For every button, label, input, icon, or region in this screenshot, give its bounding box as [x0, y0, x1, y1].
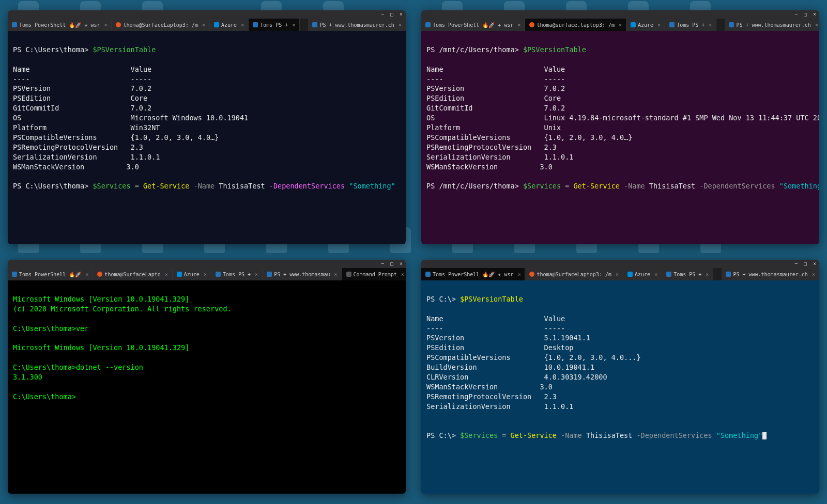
- tab-powershell[interactable]: Toms PowerShell 🔥🚀 ✈ wsr×: [421, 19, 525, 31]
- close-button[interactable]: ×: [812, 261, 817, 266]
- terminal-window-cmd[interactable]: − □ × Toms PowerShell 🔥🚀× thoma@SurfaceL…: [8, 260, 406, 494]
- maximize-button[interactable]: □: [803, 261, 808, 266]
- tab-ps-plus[interactable]: Toms PS +×: [665, 19, 716, 31]
- close-icon[interactable]: ×: [709, 22, 712, 28]
- tab-label: Toms PS +: [223, 272, 251, 277]
- close-icon[interactable]: ×: [657, 22, 661, 28]
- powershell-icon: [267, 272, 272, 277]
- row-key: PSRemotingProtocolVersion: [13, 143, 118, 151]
- close-icon[interactable]: ×: [654, 272, 657, 277]
- prompt: PS C:\Users\thoma>: [13, 45, 93, 54]
- tab-linux[interactable]: thoma@SurfaceLapto×: [93, 268, 172, 280]
- minimize-button[interactable]: −: [380, 12, 385, 17]
- new-tab-button[interactable]: [300, 19, 308, 31]
- minimize-button[interactable]: −: [793, 261, 799, 266]
- close-icon[interactable]: ×: [812, 272, 815, 277]
- close-button[interactable]: ×: [399, 261, 404, 266]
- tab-ps-web[interactable]: PS + www.thomasmaurer.ch×: [308, 19, 406, 31]
- tab-ps-plus[interactable]: Toms PS +×: [211, 268, 263, 280]
- close-icon[interactable]: ×: [85, 272, 88, 277]
- row-value: Core: [544, 94, 561, 102]
- close-icon[interactable]: ×: [399, 22, 402, 28]
- string: "Something": [779, 182, 819, 190]
- close-icon[interactable]: ×: [619, 22, 622, 28]
- titlebar[interactable]: − □ ×: [421, 260, 819, 268]
- titlebar[interactable]: − □ ×: [8, 260, 406, 268]
- close-icon[interactable]: ×: [165, 272, 168, 277]
- powershell-icon: [666, 272, 671, 277]
- minimize-button[interactable]: −: [793, 12, 799, 17]
- tab-label: Toms PS +: [677, 22, 705, 28]
- tab-spacer: [713, 268, 722, 280]
- cmdlet: Get-Service: [511, 431, 557, 439]
- tab-ps-plus[interactable]: Toms PS +×: [249, 19, 300, 31]
- parameter: -Name: [620, 182, 649, 190]
- tab-powershell[interactable]: Toms PowerShell 🔥🚀 ✈ wsr×: [8, 19, 112, 31]
- command: $PSVersionTable: [93, 45, 156, 54]
- tab-cmd[interactable]: Command Prompt×: [342, 268, 406, 280]
- close-icon[interactable]: ×: [292, 22, 295, 28]
- azure-icon: [177, 272, 182, 277]
- tab-linux[interactable]: thoma@SurfaceLaptop3: /m ×: [112, 19, 210, 31]
- tab-ps-plus[interactable]: Toms PS +×: [662, 268, 713, 280]
- terminal-window-powershell-core-linux[interactable]: − □ × Toms PowerShell 🔥🚀 ✈ wsr× thoma@su…: [421, 10, 819, 244]
- variable: $Services: [523, 182, 561, 190]
- close-icon[interactable]: ×: [255, 272, 258, 277]
- close-icon[interactable]: ×: [334, 272, 338, 277]
- maximize-button[interactable]: □: [803, 12, 808, 17]
- terminal-window-powershell-core-windows[interactable]: − □ × Toms PowerShell 🔥🚀 ✈ wsr× thoma@Su…: [8, 10, 406, 244]
- tab-ps-web[interactable]: PS + www.thomasmau×: [263, 268, 342, 280]
- row-key: CLRVersion: [426, 373, 468, 381]
- command: $PSVersionTable: [460, 295, 523, 303]
- terminal-output[interactable]: PS C:\Users\thoma> $PSVersionTable Name …: [8, 31, 406, 244]
- row-key: OS: [13, 114, 21, 122]
- row-key: PSEdition: [426, 343, 464, 352]
- row-key: PSCompatibleVersions: [426, 353, 511, 361]
- tab-azure[interactable]: Azure×: [623, 268, 662, 280]
- tab-bar: Toms PowerShell 🔥🚀 ✈ wsr× thoma@SurfaceL…: [8, 19, 406, 31]
- tab-label: Azure: [184, 272, 200, 277]
- row-value: 2.3: [544, 143, 557, 151]
- tab-azure[interactable]: Azure×: [173, 268, 211, 280]
- row-key: PSCompatibleVersions: [426, 133, 511, 141]
- terminal-window-powershell-5[interactable]: − □ × Toms PowerShell 🔥🚀 ✈ wsr× thoma@Su…: [421, 260, 819, 494]
- close-icon[interactable]: ×: [815, 22, 818, 28]
- close-icon[interactable]: ×: [204, 272, 207, 277]
- close-icon[interactable]: ×: [241, 22, 244, 28]
- close-icon[interactable]: ×: [616, 272, 619, 277]
- row-value: {1.0, 2.0, 3.0, 4.0…}: [544, 133, 633, 141]
- terminal-output[interactable]: PS C:\> $PSVersionTable Name Value ---- …: [421, 280, 819, 494]
- terminal-output[interactable]: Microsoft Windows [Version 10.0.19041.32…: [8, 280, 406, 494]
- row-key: PSVersion: [426, 334, 464, 342]
- tab-linux[interactable]: thoma@surface.laptop3: /m×: [525, 19, 626, 31]
- maximize-button[interactable]: □: [389, 12, 394, 17]
- tab-linux[interactable]: thoma@SurfaceLaptop3: /m×: [525, 268, 623, 280]
- minimize-button[interactable]: −: [380, 261, 385, 266]
- close-icon[interactable]: ×: [104, 22, 107, 28]
- tab-label: thoma@SurfaceLaptop3: /m: [537, 272, 611, 277]
- tab-powershell[interactable]: Toms PowerShell 🔥🚀×: [8, 268, 93, 280]
- ubuntu-icon: [529, 22, 534, 27]
- row-key: SerializationVersion: [13, 153, 97, 161]
- tab-powershell[interactable]: Toms PowerShell 🔥🚀 ✈ wsr×: [421, 268, 525, 280]
- close-icon[interactable]: ×: [202, 22, 205, 28]
- close-icon[interactable]: ×: [401, 272, 404, 277]
- close-icon[interactable]: ×: [517, 22, 520, 28]
- row-key: WSManStackVersion: [13, 163, 84, 171]
- terminal-output[interactable]: PS /mnt/c/Users/thoma> $PSVersionTable N…: [421, 31, 819, 244]
- tab-azure[interactable]: Azure×: [210, 19, 249, 31]
- maximize-button[interactable]: □: [389, 261, 394, 266]
- close-icon[interactable]: ×: [517, 272, 520, 277]
- tab-azure[interactable]: Azure×: [626, 19, 665, 31]
- row-key: PSVersion: [13, 84, 51, 92]
- tab-ps-web[interactable]: PS + www.thomasmaurer.ch×: [725, 19, 819, 31]
- close-icon[interactable]: ×: [706, 272, 709, 277]
- tab-ps-web[interactable]: PS + www.thomasmaurer.ch×: [722, 268, 819, 280]
- titlebar[interactable]: − □ ×: [8, 10, 406, 19]
- row-key: PSCompatibleVersions: [13, 133, 97, 141]
- titlebar[interactable]: − □ ×: [421, 10, 819, 19]
- close-button[interactable]: ×: [399, 12, 404, 17]
- tab-bar: Toms PowerShell 🔥🚀 ✈ wsr× thoma@SurfaceL…: [421, 268, 819, 280]
- output-line: 3.1.300: [13, 373, 42, 381]
- close-button[interactable]: ×: [812, 12, 817, 17]
